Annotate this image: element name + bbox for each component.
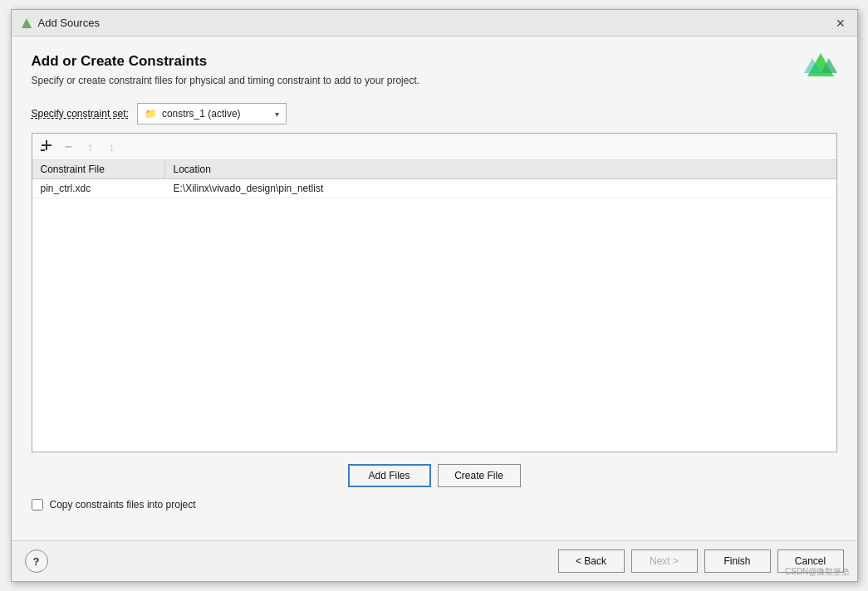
page-subtitle: Specify or create constraint files for p… <box>32 75 837 86</box>
watermark: CSDN@微型堡垒 <box>785 566 851 578</box>
table-header: Constraint File Location <box>32 160 836 179</box>
move-down-toolbar-button[interactable]: ↓ <box>102 137 122 157</box>
next-button[interactable]: Next > <box>631 549 698 573</box>
cell-location: E:\Xilinx\vivado_design\pin_netlist <box>165 179 836 198</box>
constraint-set-dropdown[interactable]: 📁 constrs_1 (active) ▾ <box>137 103 287 125</box>
constraint-set-value: constrs_1 (active) <box>162 108 241 120</box>
help-button[interactable]: ? <box>25 549 48 573</box>
constraint-set-row: Specify constraint set: 📁 constrs_1 (act… <box>32 103 837 125</box>
add-files-button[interactable]: Add Files <box>348 464 431 487</box>
constraint-set-label: Specify constraint set: <box>32 108 129 120</box>
dialog: Add Sources ✕ Add or Create Constraints … <box>11 9 858 582</box>
back-button[interactable]: < Back <box>558 549 625 573</box>
vivado-logo-icon <box>804 51 837 85</box>
svg-rect-6 <box>41 149 45 151</box>
file-table-container: − ↑ ↓ Constraint File Location pin_ctrl.… <box>32 133 837 452</box>
finish-button[interactable]: Finish <box>704 549 771 573</box>
add-file-toolbar-button[interactable] <box>36 137 57 157</box>
remove-file-toolbar-button[interactable]: − <box>59 137 79 157</box>
minus-icon: − <box>65 139 72 154</box>
table-body: pin_ctrl.xdc E:\Xilinx\vivado_design\pin… <box>32 179 836 452</box>
toolbar: − ↑ ↓ <box>32 134 836 160</box>
svg-marker-0 <box>22 18 32 28</box>
chevron-down-icon: ▾ <box>275 110 279 119</box>
action-buttons-row: Add Files Create File <box>32 464 837 487</box>
folder-icon: 📁 <box>145 108 157 120</box>
main-content: Add or Create Constraints Specify or cre… <box>12 37 857 540</box>
title-bar-left: Add Sources <box>20 17 100 30</box>
close-button[interactable]: ✕ <box>832 16 849 31</box>
up-arrow-icon: ↑ <box>87 140 93 154</box>
down-arrow-icon: ↓ <box>109 140 115 154</box>
plus-icon <box>41 139 52 154</box>
col-header-constraint-file: Constraint File <box>32 160 165 178</box>
create-file-button[interactable]: Create File <box>438 464 521 487</box>
cell-constraint-file: pin_ctrl.xdc <box>32 179 165 198</box>
footer: ? < Back Next > Finish Cancel <box>12 540 857 581</box>
app-icon <box>20 17 33 30</box>
title-bar: Add Sources ✕ <box>12 10 857 37</box>
dialog-title: Add Sources <box>38 17 100 29</box>
footer-left: ? <box>25 549 48 573</box>
move-up-toolbar-button[interactable]: ↑ <box>81 137 101 157</box>
col-header-location: Location <box>165 160 836 178</box>
copy-constraints-label[interactable]: Copy constraints files into project <box>50 499 196 510</box>
copy-constraints-row: Copy constraints files into project <box>32 499 837 510</box>
table-row[interactable]: pin_ctrl.xdc E:\Xilinx\vivado_design\pin… <box>32 179 836 198</box>
logo-area <box>804 51 837 87</box>
page-title: Add or Create Constraints <box>32 53 837 70</box>
svg-rect-5 <box>42 144 51 146</box>
copy-constraints-checkbox[interactable] <box>32 499 43 510</box>
